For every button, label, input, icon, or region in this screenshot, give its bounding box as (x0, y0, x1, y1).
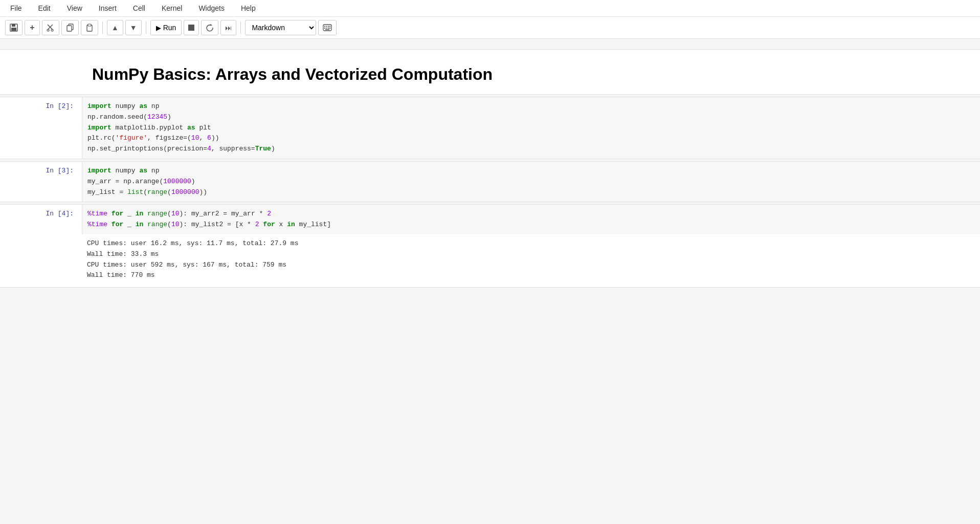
cell-input-3[interactable]: import numpy as np my_arr = np.arange(10… (82, 162, 980, 202)
cell-input-4[interactable]: %time for _ in range(10): my_arr2 = my_a… (82, 205, 980, 234)
cut-button[interactable] (42, 20, 59, 35)
cell-type-select[interactable]: Markdown Code Raw NBConvert (245, 20, 316, 35)
svg-rect-2 (11, 28, 16, 31)
cell-input-2[interactable]: import numpy as np np.random.seed(12345)… (82, 97, 980, 159)
code-cell-3-inner: In [3]: import numpy as np my_arr = np.a… (0, 162, 980, 202)
svg-rect-13 (324, 26, 325, 27)
cell-prompt-2: In [2]: (0, 97, 82, 159)
code-cell-3: In [3]: import numpy as np my_arr = np.a… (0, 161, 980, 202)
svg-rect-19 (328, 28, 329, 29)
menu-kernel[interactable]: Kernel (160, 3, 184, 13)
toolbar-separator-2 (146, 21, 146, 34)
run-button[interactable]: ▶ Run (150, 20, 182, 35)
keyboard-icon (323, 24, 332, 31)
keyboard-shortcuts-button[interactable] (318, 20, 337, 35)
output-line-4: Wall time: 770 ms (87, 270, 975, 281)
menu-cell[interactable]: Cell (131, 3, 147, 13)
menu-help[interactable]: Help (239, 3, 258, 13)
save-button[interactable] (5, 20, 23, 35)
arrow-down-icon: ▼ (130, 24, 137, 32)
toolbar-separator-1 (102, 21, 103, 34)
toolbar: + ▲ ▼ ▶ Run (0, 17, 980, 39)
menu-file[interactable]: File (8, 3, 24, 13)
svg-rect-20 (329, 28, 330, 29)
svg-point-6 (51, 29, 53, 31)
cell-prompt-3: In [3]: (0, 162, 82, 202)
arrow-up-icon: ▲ (112, 24, 119, 32)
cell-output-4: CPU times: user 16.2 ms, sys: 11.7 ms, t… (82, 234, 980, 287)
menu-view[interactable]: View (65, 3, 84, 13)
cell-prompt-4: In [4]: (0, 205, 82, 234)
svg-rect-10 (88, 24, 91, 26)
svg-rect-21 (325, 29, 329, 30)
svg-rect-14 (326, 26, 327, 27)
scissors-icon (47, 24, 55, 32)
stop-icon (188, 25, 194, 31)
fast-forward-button[interactable]: ⏭ (220, 20, 236, 35)
restart-icon (206, 24, 214, 32)
save-icon (10, 24, 18, 32)
code-cell-2: In [2]: import numpy as np np.random.see… (0, 97, 980, 159)
svg-rect-8 (67, 26, 72, 31)
svg-rect-17 (324, 28, 325, 29)
menu-widgets[interactable]: Widgets (196, 3, 227, 13)
svg-rect-18 (326, 28, 327, 29)
svg-point-5 (47, 29, 49, 31)
menu-edit[interactable]: Edit (36, 3, 53, 13)
copy-icon (66, 24, 74, 32)
paste-icon (85, 24, 94, 32)
svg-rect-1 (12, 24, 15, 27)
move-down-button[interactable]: ▼ (125, 20, 142, 35)
output-line-1: CPU times: user 16.2 ms, sys: 11.7 ms, t… (87, 238, 975, 249)
plus-icon: + (30, 23, 34, 32)
notebook: NumPy Basics: Arrays and Vectorized Comp… (0, 39, 980, 517)
move-up-button[interactable]: ▲ (107, 20, 123, 35)
notebook-title: NumPy Basics: Arrays and Vectorized Comp… (92, 65, 949, 84)
restart-button[interactable] (201, 20, 218, 35)
run-label: Run (163, 24, 176, 32)
markdown-cell-content: NumPy Basics: Arrays and Vectorized Comp… (0, 50, 980, 94)
menu-bar: File Edit View Insert Cell Kernel Widget… (0, 0, 980, 17)
svg-rect-16 (329, 26, 330, 27)
code-cell-2-inner: In [2]: import numpy as np np.random.see… (0, 97, 980, 159)
output-line-2: Wall time: 33.3 ms (87, 249, 975, 260)
interrupt-button[interactable] (184, 20, 199, 35)
add-cell-button[interactable]: + (25, 20, 40, 35)
paste-button[interactable] (81, 20, 98, 35)
copy-button[interactable] (61, 20, 79, 35)
menu-insert[interactable]: Insert (97, 3, 119, 13)
fast-forward-icon: ⏭ (225, 24, 232, 32)
output-line-3: CPU times: user 592 ms, sys: 167 ms, tot… (87, 260, 975, 271)
code-cell-4: In [4]: %time for _ in range(10): my_arr… (0, 204, 980, 288)
code-cell-4-inner: In [4]: %time for _ in range(10): my_arr… (0, 205, 980, 234)
svg-rect-15 (328, 26, 329, 27)
run-icon: ▶ (156, 24, 161, 32)
markdown-cell-title: NumPy Basics: Arrays and Vectorized Comp… (0, 49, 980, 95)
toolbar-separator-3 (240, 21, 241, 34)
